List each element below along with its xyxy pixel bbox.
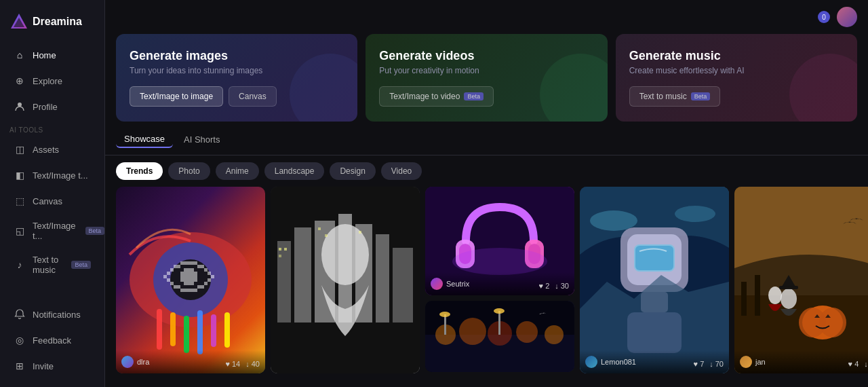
main-content: 0 Generate images Turn your ideas into s… [105,0,868,387]
canvas-button[interactable]: Canvas [229,86,277,107]
svg-point-2 [18,103,22,107]
eye-user-avatar [121,356,134,368]
sidebar-item-textimage2-label: Text/Image t... [33,221,76,241]
witch-likes: ♥ 4 [848,360,859,368]
sidebar-item-profile-label: Profile [33,102,58,112]
city-image [271,187,420,373]
sidebar-item-assets[interactable]: ◫ Assets [4,137,100,162]
eye-likes-count: 14 [232,360,240,368]
sidebar-item-home[interactable]: ⌂ Home [4,43,100,67]
svg-rect-10 [211,314,216,347]
grid-item-headphones[interactable]: Seutrix ♥ 2 ↓ 30 [425,187,574,295]
witch-user: jan [740,356,766,368]
notification-area[interactable]: 0 [818,11,830,23]
sidebar-item-texttomusic[interactable]: ♪ Text to music Beta [4,248,100,281]
textimage-icon: ◧ [14,169,26,181]
night-image [425,301,574,372]
witch-views: ↓ 31 [864,360,868,368]
headphones-overlay: Seutrix ♥ 2 ↓ 30 [425,272,574,295]
sidebar-item-explore[interactable]: ⊕ Explore [4,69,100,93]
sidebar-item-explore-label: Explore [33,76,62,86]
hero-card-music: Generate music Create music effortlessly… [616,34,857,122]
filter-anime[interactable]: Anime [216,162,259,180]
grid-item-robot[interactable]: Lemon081 ♥ 7 ↓ 70 [580,187,729,373]
svg-rect-14 [294,227,311,322]
music-icon: ♪ [14,259,26,271]
eye-image-overlay: dlra ♥ 14 ↓ 40 [116,350,265,373]
sidebar-item-notifications[interactable]: Notifications [4,302,100,327]
robot-user-avatar [585,356,597,368]
text-to-music-button[interactable]: Text to music Beta [629,86,721,107]
svg-point-49 [781,289,797,309]
svg-rect-51 [779,286,798,289]
sidebar-item-textimage[interactable]: ◧ Text/Image t... [4,163,100,187]
sidebar-item-canvas-label: Canvas [33,196,62,206]
robot-likes-count: 7 [700,360,704,368]
svg-point-4 [153,242,228,317]
robot-overlay: Lemon081 ♥ 7 ↓ 70 [580,350,729,373]
svg-rect-25 [325,234,328,237]
sidebar-item-profile[interactable]: Profile [4,94,100,119]
svg-rect-6 [157,309,162,350]
svg-rect-11 [224,312,230,348]
text-image-to-video-label: Text/Image to video [389,92,460,101]
notification-badge: 0 [818,11,830,23]
eye-views-count: 40 [252,360,260,368]
sidebar-item-texttomusic-label: Text to music [33,255,62,275]
svg-rect-19 [393,248,413,322]
tab-ai-shorts[interactable]: AI Shorts [176,132,228,147]
sidebar-item-invite-label: Invite [33,361,54,371]
svg-point-58 [545,325,564,344]
sidebar-item-canvas[interactable]: ⬚ Canvas [4,189,100,213]
user-avatar[interactable] [837,7,857,27]
witch-overlay: jan ♥ 4 ↓ 31 [734,350,868,373]
robot-image [580,187,729,373]
sidebar-item-assets-label: Assets [33,145,59,155]
witch-image [734,187,868,373]
witch-likes-count: 4 [854,360,859,368]
sidebar-item-notifications-label: Notifications [33,310,81,320]
notifications-icon [14,308,26,320]
filter-design[interactable]: Design [330,162,375,180]
grid-item-night[interactable] [425,301,574,372]
filter-video[interactable]: Video [381,162,422,180]
filter-photo[interactable]: Photo [168,162,210,180]
robot-user: Lemon081 [585,356,636,368]
svg-point-50 [768,287,782,304]
explore-icon: ⊕ [14,75,26,87]
tab-showcase[interactable]: Showcase [116,131,173,148]
download-icon4: ↓ [864,360,868,368]
svg-rect-61 [498,311,500,335]
text-image-to-image-button[interactable]: Text/Image to image [130,86,223,107]
eye-stats: ♥ 14 ↓ 40 [225,360,260,368]
svg-point-34 [590,210,637,231]
grid-item-city[interactable] [271,187,420,373]
music-beta-badge: Beta [691,92,711,100]
svg-point-35 [675,206,715,222]
witch-stats: ♥ 4 ↓ 31 [848,360,868,368]
textimage2-icon: ◱ [14,225,26,237]
eye-username: dlra [137,358,149,366]
headphones-user: Seutrix [431,278,469,290]
filter-trends[interactable]: Trends [116,162,163,180]
robot-views: ↓ 70 [709,360,724,368]
filter-landscape[interactable]: Landscape [264,162,325,180]
sidebar-item-feedback[interactable]: ◎ Feedback [4,328,100,352]
svg-point-48 [819,308,846,337]
robot-username: Lemon081 [601,358,636,366]
beta-badge-music: Beta [71,261,91,269]
eye-likes: ♥ 14 [225,360,240,368]
svg-rect-26 [359,231,361,234]
sidebar-item-textimage2[interactable]: ◱ Text/Image t... Beta [4,215,100,247]
sidebar-item-home-label: Home [33,50,56,60]
sidebar-item-invite[interactable]: ⊞ Invite [4,354,100,378]
headphones-views-count: 30 [561,282,569,290]
svg-rect-13 [277,241,291,322]
robot-likes: ♥ 7 [694,360,705,368]
text-image-to-video-button[interactable]: Text/Image to video Beta [379,86,494,107]
tabs-bar: Showcase AI Shorts [105,131,868,155]
grid-item-eye[interactable]: dlra ♥ 14 ↓ 40 [116,187,265,373]
grid-item-witch[interactable]: jan ♥ 4 ↓ 31 [734,187,868,373]
svg-rect-21 [279,248,281,251]
hero-section: Generate images Turn your ideas into stu… [105,34,868,131]
